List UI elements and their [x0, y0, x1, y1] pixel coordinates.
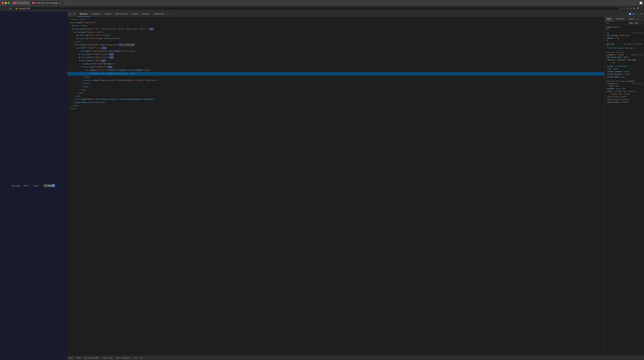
back-button[interactable]: ‹	[2, 7, 4, 10]
elem-doctype[interactable]: <!DOCTYPE html>	[67, 18, 604, 21]
style-source-crumbicon-svg[interactable]: style.css:142	[631, 54, 643, 56]
breadcrumb-bar-nav[interactable]: nav.breadcrumbs	[83, 357, 100, 359]
tab-close-breadcrumbs[interactable]: ✕	[59, 2, 62, 4]
styles-cls-button[interactable]: .cls	[634, 22, 638, 24]
styles-tab-styles[interactable]: Styles	[604, 17, 614, 21]
tab-elements[interactable]: Elements	[78, 11, 90, 17]
tab-rendering[interactable]: Rendering	[90, 11, 102, 17]
style-source-crumbicon[interactable]: style.css:96	[632, 83, 643, 85]
elem-nav[interactable]: ▼ <nav class="breadcrumbs" role="navigat…	[67, 43, 604, 47]
elem-svg-viewbox[interactable]: <svg viewBox="0 0 24 24" width="24" heig…	[67, 69, 604, 72]
styles-tabs-more[interactable]: »	[636, 18, 639, 20]
elem-script-cont[interactable]: oolbar/bundle.min.js"></script>	[67, 101, 604, 104]
traffic-light-red[interactable]	[2, 2, 4, 4]
elem-use-selected[interactable]: … <use href="#icon-dropdown-arrow">…</us…	[67, 72, 604, 76]
tab-css-overview[interactable]: CSS Overview	[113, 11, 130, 17]
refresh-button[interactable]: ↻	[9, 7, 12, 10]
elem-span-close3[interactable]: </span>	[67, 92, 604, 95]
elem-a-current[interactable]: <a aria-current="page">On Sale</a>	[67, 62, 604, 66]
elem-a-home[interactable]: ▶ <a href="./home/">…</a> flex	[67, 47, 604, 50]
breadcrumb-home[interactable]: Home	[12, 185, 20, 187]
elem-span-crumb2[interactable]: ▶ <span class="crumb">…</span> flex	[67, 56, 604, 59]
breadcrumb-bar-span-crumb[interactable]: span.crumb	[102, 357, 113, 359]
badge-flex-crumb3[interactable]: flex	[101, 59, 106, 62]
styles-hov-button[interactable]: :hov	[628, 22, 633, 24]
devtools-settings-button[interactable]: ⚙	[632, 12, 635, 16]
elem-span-crumb1[interactable]: ▶ <span class="crumb">…</span> flex	[67, 53, 604, 56]
forward-button[interactable]: ›	[5, 7, 8, 10]
more-tabs-button[interactable]: »	[166, 13, 170, 15]
elem-symbol-home[interactable]: ▶ <symbol id="icon-home">…</symbol>	[67, 34, 604, 37]
breadcrumb-bar-span-crumbicon[interactable]: span.crumbicon	[115, 357, 131, 359]
breadcrumb-on-sale[interactable]: On Sale ✓	[44, 184, 55, 187]
breadcrumb-rpg[interactable]: RPG ▼	[24, 185, 30, 187]
style-source-universal[interactable]: style.css:1	[633, 32, 643, 34]
tab-sources[interactable]: Sources	[130, 11, 140, 17]
elem-body-close[interactable]: </body>	[67, 104, 604, 107]
traffic-light-yellow[interactable]	[5, 2, 7, 4]
elem-html-close[interactable]: </html>	[67, 107, 604, 110]
elem-span-crumb3-open[interactable]: ▼ <span class="crumb"> flex	[67, 59, 604, 62]
elem-svg-close[interactable]: </svg>	[67, 40, 604, 43]
breadcrumb-sep-3: →	[41, 185, 42, 187]
styles-tab-layout[interactable]: Layout	[626, 17, 636, 21]
devtools-close-button[interactable]: ✕	[640, 12, 643, 16]
elements-panel[interactable]: <!DOCTYPE html> ▼ <html lang="en" dir="l…	[67, 17, 604, 356]
traffic-light-green[interactable]	[8, 2, 10, 4]
breadcrumb-bar-html[interactable]: html	[68, 357, 74, 359]
elem-svg-none[interactable]: ▶ <svg style="display: none;">	[67, 31, 604, 34]
styles-tab-computed[interactable]: Computed	[614, 17, 626, 21]
tab-console[interactable]: Console	[102, 11, 113, 17]
styles-toggle-button[interactable]: ⊡	[642, 22, 643, 24]
cast-icon[interactable]: ⎘	[621, 7, 622, 10]
style-block-crumbicon: --size: 3ch; display: grid;	[606, 85, 643, 104]
extension-icon-3[interactable]: ⚑	[633, 7, 635, 10]
elem-nav-close[interactable]: </nav>	[67, 95, 604, 98]
elem-html[interactable]: ▼ <html lang="en" dir="ltr">	[67, 21, 604, 25]
badge-flex-body[interactable]: flex	[149, 28, 154, 30]
address-bar[interactable]: 🔒 localhost:3000	[13, 7, 619, 10]
elem-svg-close2[interactable]: </svg>	[67, 76, 604, 79]
new-tab-button[interactable]: +	[64, 1, 68, 5]
extension-icon-4[interactable]: 🎤	[636, 7, 639, 10]
elem-span-close1[interactable]: </span>	[67, 85, 604, 88]
style-selector-not-svg: :not(svg)	[606, 43, 614, 45]
tab-gui-challenges[interactable]: G GUI Challenges	[12, 1, 30, 5]
extension-icon-1[interactable]: ⬡	[627, 7, 629, 10]
extension-icon-2[interactable]: ◎	[630, 7, 632, 10]
svg-rect-1	[74, 14, 75, 15]
device-toolbar-button[interactable]	[73, 12, 76, 16]
elem-span-separator[interactable]: <span class="crumb-separator" aria-hidde…	[67, 50, 604, 53]
breadcrumb-bar-body[interactable]: body	[76, 357, 81, 359]
badge-flex-crumb1[interactable]: flex	[109, 53, 114, 56]
bookmark-icon[interactable]: ☆	[624, 7, 626, 10]
inspect-element-button[interactable]	[68, 12, 72, 16]
tab-breadcrumbs[interactable]: B Breadcrumbs | GUI Challenges ✕	[31, 1, 63, 5]
tab-network[interactable]: Network	[140, 11, 152, 17]
elem-head[interactable]: ▶ <head>…</head>	[67, 24, 604, 28]
styles-add-rule-button[interactable]: +	[639, 22, 640, 24]
tab-performance[interactable]: Performance	[152, 11, 166, 17]
elem-span-close2[interactable]: </span>	[67, 88, 604, 92]
badge-flex-a[interactable]: flex	[102, 47, 106, 49]
rule-not-svg: :not(svg) user agent stylesheet { transf…	[606, 43, 643, 50]
breadcrumb-bar-svg[interactable]: svg	[133, 357, 137, 359]
elem-select-close[interactable]: </select>	[67, 82, 604, 85]
styles-filter-input[interactable]	[606, 22, 628, 24]
badge-flex-nav[interactable]: flex	[119, 44, 124, 46]
breadcrumb-indie[interactable]: Indie ▼	[34, 185, 40, 187]
expand-button[interactable]: …	[87, 72, 88, 76]
badge-scroll-snap[interactable]: scroll-snap	[124, 44, 135, 46]
elem-span-crumbicon-open[interactable]: ▼ <span class="crumbicon"> grid	[67, 65, 604, 69]
badge-flex-crumb2[interactable]: flex	[109, 56, 114, 59]
elem-symbol-dropdown[interactable]: ▶ <symbol id="icon-dropdown-arrow">…</sy…	[67, 37, 604, 40]
home-icon	[12, 185, 14, 187]
elem-body[interactable]: ▼ <body style="display: flex; justify-co…	[67, 28, 604, 31]
elem-script[interactable]: <script type="module" src="chrome-extens…	[67, 98, 604, 101]
maximize-icon[interactable]: ⬜	[640, 2, 642, 4]
more-actions-icon[interactable]: ⋮	[640, 7, 642, 10]
devtools-more-button[interactable]: ⋮	[636, 12, 639, 16]
badge-grid-crumbicon[interactable]: grid	[108, 66, 112, 68]
breadcrumb-bar-use[interactable]: use	[140, 357, 144, 359]
elem-select[interactable]: ▶ <select class="disguised-select" title…	[67, 79, 604, 82]
